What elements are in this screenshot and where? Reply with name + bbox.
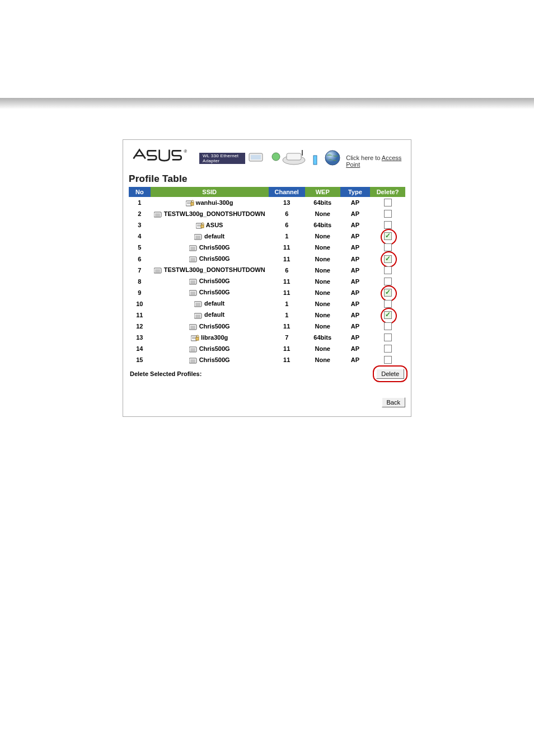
row-ssid[interactable]: Chris500G [151,242,269,253]
profile-table: No SSID Channel WEP Type Delete? 1wanhui… [129,187,405,365]
row-no: 10 [129,298,151,309]
table-row: 11default1NoneAP [129,309,405,321]
row-wep: None [305,309,340,321]
row-type: AP [340,343,370,354]
delete-checkbox[interactable] [384,356,392,364]
row-no: 14 [129,343,151,354]
row-type: AP [340,321,370,332]
row-ssid[interactable]: Chris500G [151,321,269,332]
delete-checkbox[interactable] [384,334,392,341]
col-wep: WEP [305,187,340,197]
row-type: AP [340,253,370,264]
network-locked-icon [196,222,204,229]
delete-button[interactable]: Delete [376,369,404,379]
network-open-icon [189,357,198,364]
svg-rect-2 [251,155,261,159]
delete-checkbox[interactable] [384,278,392,285]
led-blue-icon [311,150,319,168]
row-ssid[interactable]: Chris500G [151,354,269,365]
row-ssid[interactable]: TESTWL300g_DONOTSHUTDOWN [151,265,269,276]
row-channel: 11 [269,242,305,253]
row-delete-cell [370,253,405,264]
col-channel: Channel [269,187,305,197]
row-channel: 6 [269,208,305,219]
row-ssid[interactable]: libra300g [151,332,269,343]
row-delete-cell [370,242,405,253]
network-open-icon [189,346,198,353]
row-type: AP [340,354,370,365]
row-no: 8 [129,276,151,287]
asus-logo-icon: ® [129,148,196,168]
row-channel: 11 [269,287,305,298]
row-no: 4 [129,231,151,242]
profile-window: ® WL 330 Ethernet Adapter [123,139,411,417]
row-wep: None [305,354,340,365]
row-type: AP [340,242,370,253]
row-type: AP [340,208,370,219]
profile-table-header-row: No SSID Channel WEP Type Delete? [129,187,405,197]
ap-link-prefix: Click here to [346,154,382,161]
row-wep: None [305,321,340,332]
delete-profiles-row: Delete Selected Profiles: Delete [129,365,405,380]
window-header: ® WL 330 Ethernet Adapter [129,145,405,172]
row-ssid[interactable]: Chris500G [151,287,269,298]
delete-checkbox[interactable] [384,289,392,297]
delete-checkbox[interactable] [384,345,392,353]
table-row: 13libra300g764bitsAP [129,332,405,343]
delete-checkbox[interactable] [384,199,392,206]
row-no: 15 [129,354,151,365]
row-ssid[interactable]: ASUS [151,219,269,231]
table-row: 14Chris500G11NoneAP [129,343,405,354]
row-channel: 7 [269,332,305,343]
delete-checkbox[interactable] [384,221,392,229]
row-ssid[interactable]: Chris500G [151,276,269,287]
row-ssid[interactable]: wanhui-300g [151,197,269,208]
row-delete-cell [370,219,405,231]
row-ssid[interactable]: default [151,231,269,242]
svg-point-8 [325,151,340,165]
row-type: AP [340,309,370,321]
network-open-icon [189,289,198,296]
product-model-label: WL 330 Ethernet Adapter [199,153,245,164]
row-type: AP [340,276,370,287]
table-row: 8Chris500G11NoneAP [129,276,405,287]
row-no: 1 [129,197,151,208]
delete-profiles-label: Delete Selected Profiles: [130,370,202,377]
table-row: 3ASUS664bitsAP [129,219,405,231]
row-delete-cell [370,287,405,298]
row-no: 13 [129,332,151,343]
row-channel: 13 [269,197,305,208]
table-row: 12Chris500G11NoneAP [129,321,405,332]
network-open-icon [189,323,198,330]
delete-checkbox[interactable] [384,266,392,274]
profile-table-title: Profile Table [129,172,405,187]
delete-checkbox[interactable] [384,311,392,319]
delete-checkbox[interactable] [384,243,392,251]
back-button[interactable]: Back [382,397,405,407]
delete-checkbox[interactable] [384,255,392,263]
row-wep: None [305,242,340,253]
row-channel: 11 [269,343,305,354]
delete-checkbox[interactable] [384,210,392,218]
delete-checkbox[interactable] [384,300,392,308]
adapter-device-icon [249,149,268,167]
row-type: AP [340,265,370,276]
delete-checkbox[interactable] [384,322,392,330]
row-channel: 1 [269,298,305,309]
network-locked-icon [186,200,194,206]
row-ssid[interactable]: Chris500G [151,253,269,264]
row-delete-cell [370,231,405,242]
row-ssid[interactable]: default [151,309,269,321]
table-row: 4default1NoneAP [129,231,405,242]
delete-checkbox[interactable] [384,232,392,240]
brand-block: ® WL 330 Ethernet Adapter [129,148,281,168]
row-ssid[interactable]: Chris500G [151,343,269,354]
svg-rect-20 [201,225,204,228]
row-ssid[interactable]: TESTWL300g_DONOTSHUTDOWN [151,208,269,219]
network-open-icon [194,312,203,319]
row-channel: 6 [269,219,305,231]
page-header-band [0,98,534,109]
row-channel: 1 [269,309,305,321]
row-ssid[interactable]: default [151,298,269,309]
row-delete-cell [370,265,405,276]
